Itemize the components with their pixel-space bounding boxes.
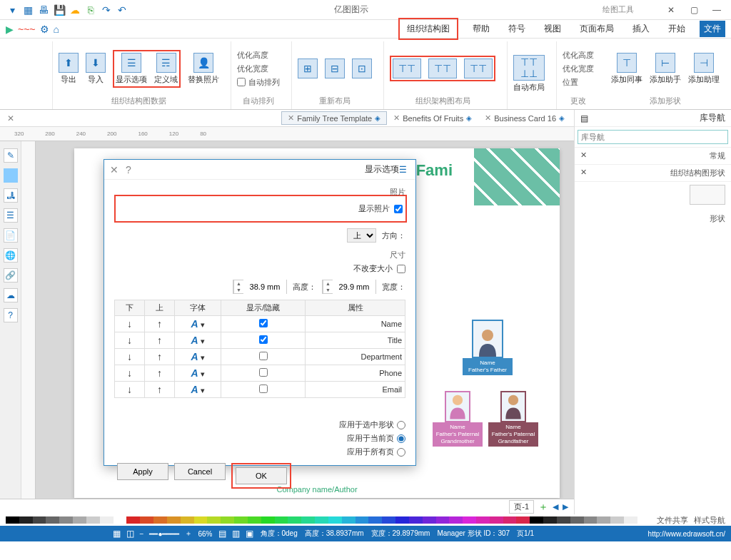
page-nav-prev[interactable]: ◀ xyxy=(553,502,558,511)
page-nav-next[interactable]: ▶ xyxy=(563,502,568,511)
layout-opt-3[interactable]: ⊤⊤ xyxy=(464,58,493,78)
layout-icon-2[interactable]: ▥ xyxy=(232,529,240,539)
move-down-icon[interactable]: ↓ xyxy=(115,332,145,349)
width-input[interactable] xyxy=(333,280,375,294)
tool-link[interactable]: 🔗 xyxy=(4,268,18,282)
orgnode-top[interactable]: NameFather's Father xyxy=(463,320,513,375)
tab-start[interactable]: 开始 xyxy=(664,21,690,37)
category-label[interactable]: 常规 xyxy=(710,151,725,161)
pointer-icon[interactable]: ▶ xyxy=(6,24,14,35)
close-icon[interactable]: ✕ xyxy=(580,151,587,161)
tool-help[interactable]: ? xyxy=(4,308,18,322)
btn-export[interactable]: ⬆导出 xyxy=(59,53,79,85)
ok-button[interactable]: OK xyxy=(236,467,287,484)
tab-layout[interactable]: 页面布局 xyxy=(575,21,618,37)
move-up-icon[interactable]: ↑ xyxy=(145,316,175,332)
btn-add-colleague[interactable]: ⊤添加同事 xyxy=(611,53,642,85)
show-photo-checkbox[interactable] xyxy=(394,205,403,213)
apply-button[interactable]: Apply xyxy=(117,463,168,480)
zoom-out[interactable]: − xyxy=(140,530,144,538)
btn-relayout-3[interactable]: ⊡ xyxy=(352,58,372,78)
add-page-icon[interactable]: ＋ xyxy=(538,501,548,514)
btn-display-options[interactable]: ☰显示选项 xyxy=(116,53,147,85)
tool-image[interactable]: 🏞 xyxy=(4,188,18,203)
tool-text[interactable]: ☰ xyxy=(4,208,18,223)
show-checkbox[interactable] xyxy=(259,385,268,393)
tab-view[interactable]: 视图 xyxy=(540,21,565,37)
dialog-help-icon[interactable]: ? xyxy=(126,164,131,175)
redo-icon[interactable]: ↷ xyxy=(100,4,113,16)
height-input[interactable] xyxy=(243,280,286,294)
paste-icon[interactable]: ⎘ xyxy=(84,4,97,16)
save-icon[interactable]: 💾 xyxy=(53,4,66,16)
move-up-icon[interactable]: ↑ xyxy=(145,382,175,398)
apply-selected-radio[interactable] xyxy=(397,421,405,429)
btn-define-fields[interactable]: ☴定义域 xyxy=(154,53,178,85)
gear-icon[interactable]: ⚙ xyxy=(40,24,49,35)
show-checkbox[interactable] xyxy=(259,368,268,377)
apply-current-radio[interactable] xyxy=(397,434,405,443)
btn-relayout-1[interactable]: ⊞ xyxy=(298,58,318,78)
tool-pencil[interactable]: ✎ xyxy=(4,148,18,163)
dialog-close-icon[interactable]: ✕ xyxy=(110,164,119,175)
library-search-input[interactable] xyxy=(578,130,728,144)
btn-import[interactable]: ⬇导入 xyxy=(86,53,106,85)
keep-size-checkbox[interactable] xyxy=(397,265,405,273)
tab-file[interactable]: 文件 xyxy=(700,21,725,37)
color-swatches[interactable] xyxy=(6,516,651,524)
direction-select[interactable]: 上 xyxy=(347,228,376,243)
zoom-in[interactable]: ＋ xyxy=(185,529,192,539)
tab-insert[interactable]: 插入 xyxy=(628,21,654,37)
move-down-icon[interactable]: ↓ xyxy=(115,382,145,398)
move-down-icon[interactable]: ↓ xyxy=(115,316,145,332)
apply-all-radio[interactable] xyxy=(397,448,405,457)
cloud-icon[interactable]: ☁ xyxy=(69,4,81,16)
tab-symbols[interactable]: 符号 xyxy=(504,21,530,37)
style-label[interactable]: 样式导航 xyxy=(694,515,725,526)
show-checkbox[interactable] xyxy=(259,319,268,327)
new-icon[interactable]: ▦ xyxy=(21,4,34,16)
layout-opt-1[interactable]: ⊤⊤ xyxy=(393,58,421,78)
close-icon[interactable]: ✕ xyxy=(288,113,294,123)
minimize-button[interactable]: — xyxy=(708,3,725,17)
close-icon[interactable]: ✕ xyxy=(485,113,491,123)
btn-add-assist1[interactable]: ⊢添加助手 xyxy=(650,53,681,85)
btn-add-assist2[interactable]: ⊣添加助理 xyxy=(688,53,720,85)
close-icon[interactable]: ✕ xyxy=(393,113,400,123)
tab-orgchart[interactable]: 组织结构图 xyxy=(403,21,454,37)
home-icon[interactable]: ⌂ xyxy=(54,24,59,35)
zoom-slider[interactable]: ━━●━━━━ xyxy=(149,530,179,538)
move-up-icon[interactable]: ↑ xyxy=(145,332,175,349)
orgnode-gf[interactable]: NameFather's Paternal Grandfather xyxy=(488,391,538,447)
close-button[interactable]: ✕ xyxy=(662,3,680,17)
font-icon[interactable]: A xyxy=(191,351,198,362)
doctab-business-card[interactable]: ✕Business Card 16◈ xyxy=(478,111,571,125)
share-label[interactable]: 文件共享 xyxy=(657,515,688,526)
orgnode-gm[interactable]: NameFather's Paternal Grandmother xyxy=(433,391,483,447)
maximize-button[interactable]: ▢ xyxy=(685,3,702,17)
move-down-icon[interactable]: ↓ xyxy=(115,365,145,382)
move-down-icon[interactable]: ↓ xyxy=(115,349,145,365)
font-icon[interactable]: A xyxy=(191,367,198,379)
view-icon[interactable]: ◫ xyxy=(126,529,134,539)
tool-globe[interactable]: 🌐 xyxy=(4,248,18,263)
tool-library[interactable]: 📄 xyxy=(4,228,18,243)
btn-auto-layout[interactable]: ⊤⊤⊥⊥自动布局 xyxy=(513,55,545,93)
doctab-benefits[interactable]: ✕Benefits Of Fruits◈ xyxy=(387,111,478,125)
close-icon[interactable]: ✕ xyxy=(580,168,587,178)
menu-dropdown-icon[interactable]: ▾ xyxy=(6,4,19,16)
font-icon[interactable]: A xyxy=(191,318,198,330)
page-tab-1[interactable]: 页-1 xyxy=(509,500,534,514)
doctab-family-tree[interactable]: ✕Family Tree Template◈ xyxy=(281,111,387,125)
btn-relayout-2[interactable]: ⊟ xyxy=(325,58,345,78)
grid-icon[interactable]: ▦ xyxy=(113,529,121,539)
category-label[interactable]: 组织结构图形状 xyxy=(670,168,725,178)
show-checkbox[interactable] xyxy=(259,352,268,360)
font-icon[interactable]: A xyxy=(191,384,198,395)
show-checkbox[interactable] xyxy=(259,335,268,344)
layout-icon-1[interactable]: ▤ xyxy=(218,529,226,539)
move-up-icon[interactable]: ↑ xyxy=(145,365,175,382)
autoarrange-checkbox[interactable] xyxy=(237,78,246,86)
layout-opt-2[interactable]: ⊤⊤ xyxy=(428,58,457,78)
print-icon[interactable]: 🖶 xyxy=(37,4,50,16)
